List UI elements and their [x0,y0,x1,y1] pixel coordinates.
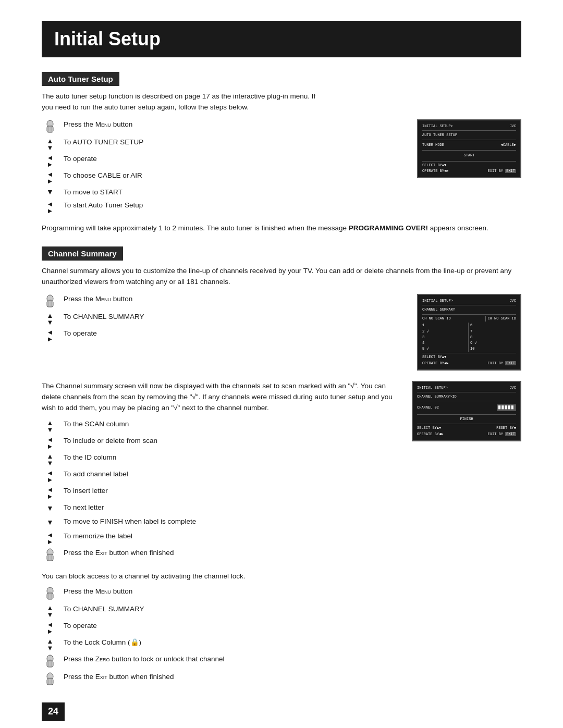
channel-summary-section: Channel Summary Channel summary allows y… [42,246,521,687]
arrow-lr-icon: ◄► [42,621,58,635]
step-text: To operate [64,621,521,631]
step-text: To operate [64,328,401,339]
step-row: ▲▼ To AUTO TUNER SETUP [42,137,401,151]
step-row: ◄► To choose CABLE or AIR [42,170,401,184]
programming-note: Programming will take approximately 1 to… [42,223,521,234]
step-text: Press the Menu button [64,294,401,304]
step-row: Press the Menu button [42,119,401,134]
arrow-ud-icon: ▲▼ [42,452,58,466]
arrow-lr-icon: ◄► [42,170,58,184]
step-row: ◄► To memorize the label [42,531,396,545]
hand-icon [42,672,58,687]
hand-icon [42,654,58,669]
hand-icon [42,586,58,601]
step-text: Press the Zero button to lock or unlock … [64,654,521,664]
arrow-d-icon: ▼ [42,187,58,196]
arrow-ud-icon: ▲▼ [42,637,58,651]
step-text: To start Auto Tuner Setup [64,200,401,211]
hand-icon [42,294,58,309]
step-text: Press the Exit button when finished [64,548,396,558]
step-row: ▲▼ To the Lock Column (🔒) [42,637,521,651]
step-row: ◄► To start Auto Tuner Setup [42,200,401,214]
tv-screen-auto-tuner: INITIAL SETUP> JVC AUTO TUNER SETUP TUNE… [417,119,521,178]
page-number: 24 [42,702,65,721]
arrow-ud-icon: ▲▼ [42,604,58,618]
step-row: ◄► To operate [42,328,401,342]
hand-icon [42,119,58,134]
arrow-d-icon: ▼ [42,502,58,514]
step-row: ◄► To insert letter [42,486,396,500]
arrow-ud-icon: ▲▼ [42,419,58,433]
block-access-label: You can block access to a channel by act… [42,572,246,580]
step-row: ◄► To operate [42,154,401,168]
step-row: ◄► To operate [42,621,521,635]
arrow-lr-icon: ◄► [42,531,58,545]
arrow-lr-icon: ◄► [42,469,58,483]
channel-detail-para: The Channel summary screen will now be d… [42,381,396,414]
step-row: ▼ To move to START [42,187,401,198]
auto-tuner-steps: Press the Menu button ▲▼ To AUTO TUNER S… [42,119,401,217]
arrow-lr-icon: ◄► [42,154,58,168]
step-text: To choose CABLE or AIR [64,170,401,181]
channel-steps-1: Press the Menu button ▲▼ To CHANNEL SUMM… [42,294,401,345]
arrow-lr-icon: ◄► [42,436,58,450]
step-text: To CHANNEL SUMMARY [64,312,401,322]
arrow-lr-icon: ◄► [42,200,58,214]
step-row: Press the Exit button when finished [42,548,396,563]
page-title: Initial Setup [42,21,521,57]
step-text: Press the Menu button [64,586,521,597]
step-text: Press the Menu button [64,119,401,130]
block-access-text: You can block access to a channel by act… [42,572,521,580]
step-row: ▲▼ To CHANNEL SUMMARY [42,604,521,618]
arrow-lr-icon: ◄► [42,486,58,500]
step-text: To add channel label [64,469,396,479]
lock-icon: 🔒 [130,638,139,646]
step-row: ◄► To add channel label [42,469,396,483]
channel-summary-header: Channel Summary [42,246,123,261]
tv-screen-channel-summary: INITIAL SETUP> JVC CHANNEL SUMMARY CH NO… [417,294,521,371]
step-row: ▲▼ To the SCAN column [42,419,396,433]
step-row: ▲▼ To the ID column [42,452,396,466]
step-text: To next letter [64,502,396,513]
step-text: To the Lock Column (🔒) [64,637,521,648]
step-text: To the SCAN column [64,419,396,429]
channel-summary-intro: Channel summary allows you to customize … [42,266,521,288]
step-row: Press the Menu button [42,294,401,309]
hand-icon [42,548,58,563]
step-row: ▼ To next letter [42,502,396,514]
channel-detail-left: The Channel summary screen will now be d… [42,381,396,565]
step-row: ◄► To include or delete from scan [42,436,396,450]
step-text: To CHANNEL SUMMARY [64,604,521,614]
step-row: Press the Menu button [42,586,521,601]
step-row: ▼ To move to FINISH when label is comple… [42,516,396,528]
arrow-d-icon: ▼ [42,516,58,528]
channel-summary-screen-1: INITIAL SETUP> JVC CHANNEL SUMMARY CH NO… [417,294,521,375]
step-text: To insert letter [64,486,396,496]
arrow-ud-icon: ▲▼ [42,137,58,151]
step-text: To include or delete from scan [64,436,396,446]
auto-tuner-intro: The auto tuner setup function is describ… [42,91,323,113]
channel-detail-area: The Channel summary screen will now be d… [42,381,521,565]
auto-tuner-section: Auto Tuner Setup The auto tuner setup fu… [42,72,521,234]
step-text: To move to FINISH when label is complete [64,516,396,527]
channel-steps-area-1: Press the Menu button ▲▼ To CHANNEL SUMM… [42,294,521,375]
arrow-lr-icon: ◄► [42,328,58,342]
step-text: To the ID column [64,452,396,463]
auto-tuner-steps-area: Press the Menu button ▲▼ To AUTO TUNER S… [42,119,521,217]
step-text: Press the Exit button when finished [64,672,521,682]
step-text: To memorize the label [64,531,396,541]
step-text: To move to START [64,187,401,198]
step-row: ▲▼ To CHANNEL SUMMARY [42,312,401,326]
channel-screens: INITIAL SETUP> JVC CHANNEL SUMMARY>ID CH… [412,381,521,446]
tv-screen-channel-id: INITIAL SETUP> JVC CHANNEL SUMMARY>ID CH… [412,381,521,441]
step-text: To AUTO TUNER SETUP [64,137,401,147]
arrow-ud-icon: ▲▼ [42,312,58,326]
step-row: Press the Zero button to lock or unlock … [42,654,521,669]
step-text: To operate [64,154,401,164]
auto-tuner-screen: INITIAL SETUP> JVC AUTO TUNER SETUP TUNE… [417,119,521,182]
lock-steps: Press the Menu button ▲▼ To CHANNEL SUMM… [42,586,521,687]
auto-tuner-header: Auto Tuner Setup [42,72,119,86]
step-row: Press the Exit button when finished [42,672,521,687]
